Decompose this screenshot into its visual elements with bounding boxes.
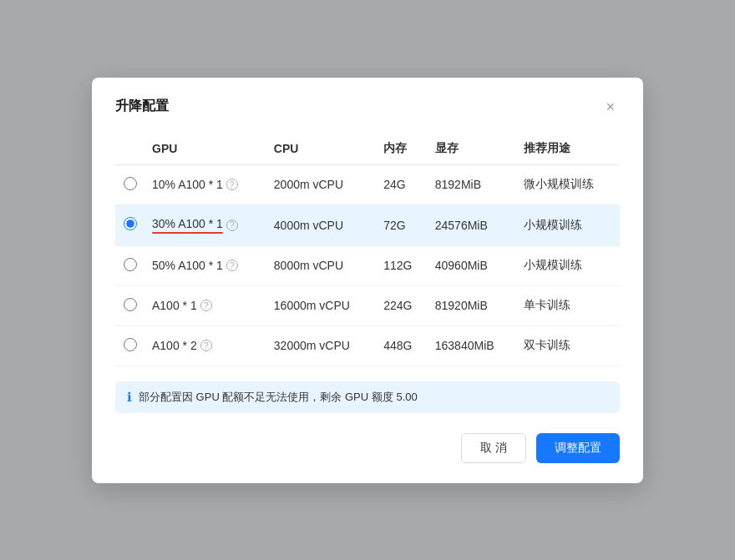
help-icon[interactable]: ? (200, 340, 212, 351)
radio-col (115, 285, 145, 325)
memory-cell: 112G (377, 245, 428, 285)
col-header-radio (115, 133, 145, 165)
table-row[interactable]: A100 * 1?16000m vCPU224G81920MiB单卡训练 (115, 285, 620, 325)
col-header-memory: 内存 (377, 133, 428, 165)
vram-cell: 163840MiB (428, 325, 518, 366)
radio-col (115, 325, 145, 366)
recommended-cell: 小规模训练 (517, 204, 620, 245)
recommended-cell: 单卡训练 (517, 285, 620, 325)
col-header-vram: 显存 (428, 133, 518, 165)
gpu-cell: A100 * 1? (145, 285, 267, 325)
modal-title: 升降配置 (115, 98, 169, 115)
vram-cell: 40960MiB (428, 245, 518, 285)
memory-cell: 24G (377, 164, 428, 204)
table-row[interactable]: A100 * 2?32000m vCPU448G163840MiB双卡训练 (115, 325, 620, 366)
col-header-recommended: 推荐用途 (517, 133, 620, 165)
cancel-button[interactable]: 取 消 (461, 433, 526, 463)
close-button[interactable]: × (601, 98, 620, 116)
radio-input[interactable] (124, 177, 137, 190)
vram-cell: 8192MiB (428, 164, 518, 204)
cpu-cell: 16000m vCPU (267, 285, 377, 325)
help-icon[interactable]: ? (226, 219, 238, 231)
gpu-cell: 10% A100 * 1? (145, 164, 267, 204)
memory-cell: 72G (377, 204, 428, 245)
footer: 取 消 调整配置 (115, 433, 620, 463)
gpu-underline (152, 232, 223, 234)
radio-input[interactable] (124, 298, 137, 311)
recommended-cell: 双卡训练 (517, 325, 620, 366)
recommended-cell: 微小规模训练 (517, 164, 620, 204)
memory-cell: 224G (377, 285, 428, 325)
cpu-cell: 4000m vCPU (267, 204, 377, 245)
table-row[interactable]: 50% A100 * 1?8000m vCPU112G40960MiB小规模训练 (115, 245, 620, 285)
memory-cell: 448G (377, 325, 428, 366)
modal-overlay: 升降配置 × GPU CPU 内存 显存 推荐用途 10% A100 * 1?2… (0, 0, 735, 560)
radio-input[interactable] (124, 258, 137, 271)
modal-dialog: 升降配置 × GPU CPU 内存 显存 推荐用途 10% A100 * 1?2… (92, 78, 643, 483)
gpu-cell: A100 * 2? (145, 325, 267, 366)
config-table: GPU CPU 内存 显存 推荐用途 10% A100 * 1?2000m vC… (115, 133, 620, 366)
gpu-cell: 30% A100 * 1? (145, 204, 267, 245)
cpu-cell: 8000m vCPU (267, 245, 377, 285)
help-icon[interactable]: ? (200, 300, 212, 311)
help-icon[interactable]: ? (226, 260, 238, 271)
gpu-name: A100 * 2 (152, 339, 197, 352)
confirm-button[interactable]: 调整配置 (536, 433, 620, 463)
vram-cell: 24576MiB (428, 204, 518, 245)
gpu-name: 50% A100 * 1 (152, 259, 223, 272)
radio-input[interactable] (124, 338, 137, 351)
recommended-cell: 小规模训练 (517, 245, 620, 285)
cpu-cell: 32000m vCPU (267, 325, 377, 366)
table-row[interactable]: 30% A100 * 1?4000m vCPU72G24576MiB小规模训练 (115, 204, 620, 245)
vram-cell: 81920MiB (428, 285, 518, 325)
info-box: ℹ 部分配置因 GPU 配额不足无法使用，剩余 GPU 额度 5.00 (115, 381, 620, 413)
radio-input[interactable] (124, 217, 137, 230)
gpu-name: 10% A100 * 1 (152, 178, 223, 191)
gpu-cell: 50% A100 * 1? (145, 245, 267, 285)
gpu-name: A100 * 1 (152, 299, 197, 312)
help-icon[interactable]: ? (226, 179, 238, 190)
cpu-cell: 2000m vCPU (267, 164, 377, 204)
info-icon: ℹ (127, 390, 132, 405)
col-header-gpu: GPU (145, 133, 267, 165)
col-header-cpu: CPU (267, 133, 377, 165)
radio-col (115, 204, 145, 245)
radio-col (115, 164, 145, 204)
radio-col (115, 245, 145, 285)
modal-header: 升降配置 × (115, 98, 620, 116)
info-text: 部分配置因 GPU 配额不足无法使用，剩余 GPU 额度 5.00 (139, 390, 418, 405)
table-row[interactable]: 10% A100 * 1?2000m vCPU24G8192MiB微小规模训练 (115, 164, 620, 204)
gpu-name: 30% A100 * 1 (152, 217, 223, 230)
